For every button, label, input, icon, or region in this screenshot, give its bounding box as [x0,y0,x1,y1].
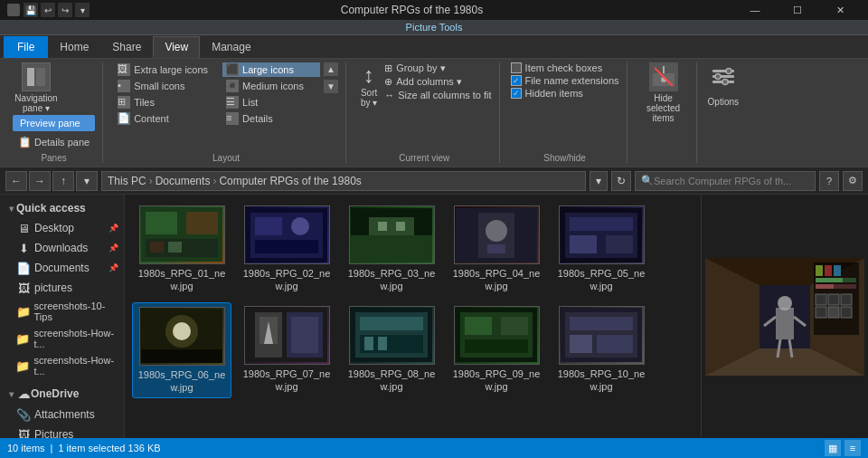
group-by-label: Group by ▾ [396,62,445,74]
file-name-5: 1980s_RPG_05_new.jpg [555,267,647,293]
sidebar-item-screenshots-how2[interactable]: 📁 screenshots-How-t... [0,352,124,379]
tab-file[interactable]: File [4,36,48,58]
file-item-4[interactable]: 1980s_RPG_04_new.jpg [447,202,546,297]
list-view-button[interactable]: ≡ [844,440,861,456]
file-item-7[interactable]: 1980s_RPG_07_new.jpg [237,302,336,399]
svg-rect-20 [255,217,282,235]
options-content: Options [708,62,739,163]
sidebar-item-pictures-od[interactable]: 🖼 Pictures [0,425,124,438]
close-button[interactable]: ✕ [819,0,861,20]
svg-rect-24 [351,235,432,262]
sidebar-item-downloads[interactable]: ⬇ Downloads 📌 [0,238,124,258]
details-label: Details [242,113,273,124]
show-hide-options: Item check boxes ✓ File name extensions … [511,62,619,99]
layout-less-button[interactable]: ▼ [324,80,338,93]
svg-rect-60 [570,317,633,330]
settings-button[interactable]: ⚙ [843,171,863,191]
grid-view-button[interactable]: ▦ [825,440,841,456]
item-checkboxes-toggle[interactable]: Item check boxes [511,62,619,73]
layout-list[interactable]: ☰ List [222,95,320,110]
tab-share[interactable]: Share [100,36,153,58]
svg-point-21 [291,217,309,235]
svg-rect-49 [360,317,423,330]
tab-home[interactable]: Home [48,36,100,58]
customize-qs-button[interactable]: ▾ [75,3,90,17]
navigation-pane-button[interactable]: Navigationpane ▾ [13,62,60,113]
minimize-button[interactable]: — [734,0,776,20]
size-all-columns-button[interactable]: ↔ Size all columns to fit [384,90,491,100]
preview-main-content [705,258,864,376]
size-all-columns-label: Size all columns to fit [398,90,491,100]
file-item-8[interactable]: 1980s_RPG_08_new.jpg [342,302,441,399]
file-name-extensions-toggle[interactable]: ✓ File name extensions [511,75,619,86]
help-button[interactable]: ? [819,171,839,191]
file-item-2[interactable]: 1980s_RPG_02_new.jpg [237,202,336,297]
file-item-1[interactable]: 1980s_RPG_01_new.jpg [132,202,231,297]
path-dropdown-button[interactable]: ▾ [590,171,608,191]
tab-view[interactable]: View [153,36,200,58]
preview-pane-button[interactable]: Preview pane [13,115,95,131]
medium-icon: ◾ [226,80,239,92]
details-icon: ≡ [226,112,239,125]
svg-rect-16 [150,242,164,253]
search-box[interactable]: 🔍 Search Computer RPGs of th... [635,171,816,191]
sidebar-item-desktop[interactable]: 🖥 Desktop 📌 [0,218,124,238]
sidebar-item-pictures[interactable]: 🖼 pictures [0,278,124,298]
options-group: Options [701,62,746,163]
recent-locations-button[interactable]: ▾ [76,171,98,191]
up-button[interactable]: ↑ [52,171,74,191]
details-pane-button[interactable]: 📋 Details pane [13,133,95,151]
svg-rect-70 [816,265,823,276]
panes-group-content: Navigationpane ▾ Preview pane 📋 Details … [13,62,95,151]
layout-content[interactable]: 📄 Content [114,111,212,126]
add-columns-button[interactable]: ⊕ Add columns ▾ [384,76,491,88]
path-sep-1: › [149,175,153,187]
sort-icon: ↕ [363,62,374,88]
address-path[interactable]: This PC › Documents › Computer RPGs of t… [101,171,586,191]
svg-rect-40 [141,349,222,363]
options-button[interactable]: Options [708,62,739,107]
save-button[interactable]: 💾 [24,3,38,17]
svg-rect-34 [570,217,633,231]
ribbon-tabs: File Home Share View Manage [0,35,868,59]
layout-large[interactable]: ⬛ Large icons [222,62,320,77]
preview-pane-label: Preview pane [20,118,80,129]
back-button[interactable]: ← [5,171,27,191]
svg-rect-36 [606,235,633,253]
svg-rect-56 [501,317,528,335]
sidebar-item-attachments[interactable]: 📎 Attachments [0,405,124,425]
hide-selected-button[interactable]: Hide selecteditems [638,62,689,123]
sort-by-button[interactable]: ↕ Sortby ▾ [357,62,381,108]
file-item-9[interactable]: 1980s_RPG_09_new.jpg [447,302,546,399]
layout-more-button[interactable]: ▲ [324,62,338,76]
onedrive-icon: ☁ [16,386,31,401]
layout-small[interactable]: ▪ Small icons [114,79,212,93]
onedrive-header[interactable]: ▾ ☁ OneDrive [0,383,124,405]
quick-access-header[interactable]: ▾ Quick access [0,198,124,218]
svg-rect-78 [828,294,839,305]
file-item-6[interactable]: 1980s_RPG_06_new.jpg [132,302,231,399]
sidebar-item-documents[interactable]: 📄 Documents 📌 [0,258,124,278]
layout-details[interactable]: ≡ Details [222,111,320,126]
file-item-3[interactable]: 1980s_RPG_03_new.jpg [342,202,441,297]
item-checkboxes-checkbox [511,62,522,73]
tab-manage[interactable]: Manage [200,36,262,58]
svg-rect-46 [291,317,318,353]
layout-extra-large[interactable]: 🖼 Extra large icons [114,62,212,77]
file-item-10[interactable]: 1980s_RPG_10_new.jpg [552,302,651,399]
refresh-button[interactable]: ↻ [611,171,631,191]
group-by-button[interactable]: ⊞ Group by ▾ [384,62,491,74]
sidebar-item-screenshots-tips[interactable]: 📁 screenshots-10-Tips [0,298,124,325]
hidden-items-toggle[interactable]: ✓ Hidden items [511,88,619,99]
undo-button[interactable]: ↩ [41,3,55,17]
maximize-button[interactable]: ☐ [777,0,818,20]
sidebar-item-screenshots-how1[interactable]: 📁 screenshots-How-t... [0,325,124,352]
redo-button[interactable]: ↪ [58,3,72,17]
forward-button[interactable]: → [29,171,51,191]
options-label: Options [708,97,739,107]
title-bar: 💾 ↩ ↪ ▾ Computer RPGs of the 1980s — ☐ ✕ [0,0,868,20]
layout-medium[interactable]: ◾ Medium icons [222,79,320,93]
file-item-5[interactable]: 1980s_RPG_05_new.jpg [552,202,651,297]
file-name-9: 1980s_RPG_09_new.jpg [450,367,542,394]
layout-tiles[interactable]: ⊞ Tiles [114,95,212,110]
